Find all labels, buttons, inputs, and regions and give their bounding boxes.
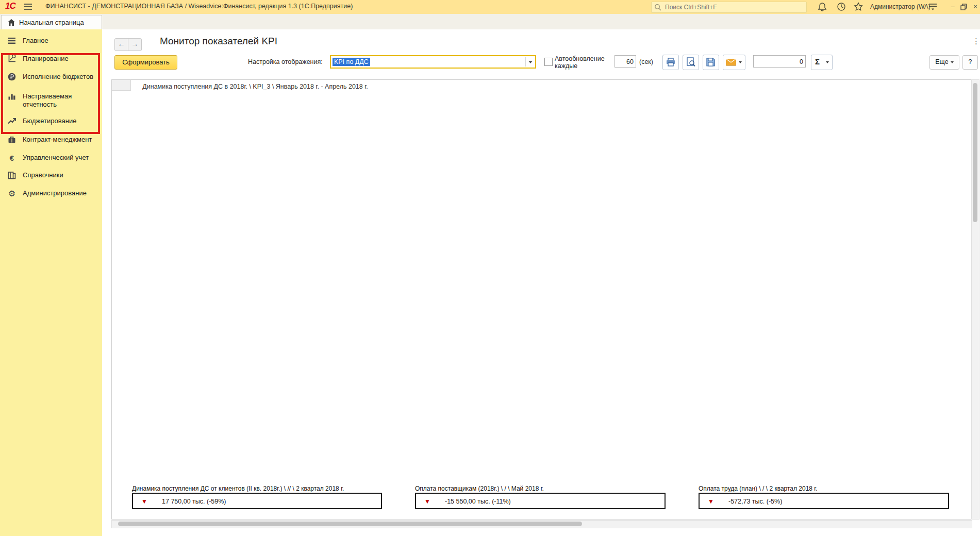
autoupdate-checkbox[interactable] [544, 58, 553, 66]
sidebar-item-label: Настраиваемая отчетность [23, 92, 95, 109]
chevron-down-icon [826, 61, 829, 63]
euro-icon: € [7, 153, 16, 162]
chart-title: Динамика поступления ДС в 2018г. \ KPI_3… [112, 83, 398, 90]
more-label: Еще [935, 58, 948, 65]
display-setting-value: KPI по ДДС [333, 58, 370, 66]
horizontal-scrollbar[interactable] [111, 520, 972, 528]
chart-gauge[interactable]: Динамика поступления ДС в 2018г. \ KPI_3… [112, 80, 398, 276]
mail-button[interactable] [723, 55, 745, 70]
sidebar: ГлавноеПланированиеИсполнение бюджетовНа… [0, 29, 103, 536]
indicator-box[interactable]: ▼ 17 750,00 тыс. (-59%) [132, 493, 382, 509]
menu-icon [7, 36, 16, 45]
1c-logo: 1С [5, 1, 15, 11]
search-icon [654, 4, 662, 11]
tab-bar: Начальная страница [0, 14, 980, 30]
indicator-value: -15 550,00 тыс. (-11%) [445, 498, 511, 505]
window-title: ФИНАНСИСТ - ДЕМОНСТРАЦИОННАЯ БАЗА / Wise… [45, 3, 353, 10]
restore-button[interactable] [960, 4, 968, 10]
sidebar-item-label: Исполнение бюджетов [23, 73, 95, 81]
nav-forward-button[interactable]: → [128, 38, 142, 51]
gear-icon: ⚙ [7, 189, 16, 198]
display-setting-label: Настройка отображения: [248, 58, 323, 65]
preview-button[interactable] [683, 55, 699, 70]
preview-icon [687, 57, 695, 67]
down-arrow-icon: ▼ [424, 498, 430, 505]
chevron-down-icon[interactable] [528, 61, 533, 63]
titlebar: 1С ФИНАНСИСТ - ДЕМОНСТРАЦИОННАЯ БАЗА / W… [0, 0, 980, 14]
chart-revenue[interactable] [689, 80, 972, 276]
close-button[interactable]: × [970, 2, 980, 12]
tab-label: Начальная страница [19, 19, 84, 26]
svg-text:⚙: ⚙ [8, 189, 15, 198]
notifications-bell-icon[interactable] [818, 2, 829, 12]
service-menu-icon[interactable] [928, 2, 939, 12]
favorites-star-icon[interactable] [853, 2, 865, 12]
counter-input[interactable]: 0 [753, 55, 806, 68]
chart-suppliers[interactable] [398, 276, 689, 482]
global-search[interactable] [651, 2, 807, 13]
bars-icon [7, 92, 16, 101]
ruble-icon [7, 72, 16, 81]
history-icon[interactable] [836, 2, 848, 12]
indicator-value: -572,73 тыс. (-5%) [728, 498, 782, 505]
print-button[interactable] [662, 55, 679, 70]
current-user[interactable]: Администратор (WA) [870, 3, 931, 10]
svg-text:€: € [10, 154, 14, 162]
sidebar-item-label: Планирование [23, 55, 95, 63]
indicator-title: Оплата поставщикам (2018г.) \ / \ Май 20… [415, 485, 544, 492]
chart-salary[interactable] [689, 276, 972, 482]
chevron-down-icon [739, 61, 742, 63]
books-icon [7, 171, 16, 180]
home-icon [7, 19, 15, 26]
chart-customers[interactable] [398, 80, 689, 276]
form-menu-icon[interactable]: ⋮ [972, 37, 980, 46]
sidebar-item-label: Управленческий учет [23, 154, 95, 162]
autoupdate-label: Автообновление каждые [555, 55, 611, 70]
more-button[interactable]: Еще [929, 55, 959, 70]
scrollbar-thumb[interactable] [973, 83, 977, 222]
main-menu-icon[interactable] [24, 3, 33, 11]
sidebar-item-label: Главное [23, 37, 95, 45]
briefcase-icon [7, 135, 16, 144]
page-title: Монитор показателей KPI [160, 36, 277, 47]
trend-icon [7, 116, 16, 126]
generate-button[interactable]: Сформировать [114, 55, 177, 70]
save-icon [706, 58, 715, 66]
interval-unit-label: (сек) [639, 58, 653, 65]
nav-back-button[interactable]: ← [114, 38, 128, 51]
sidebar-item-label: Контракт-менеджмент [23, 136, 95, 144]
sigma-icon: Σ [815, 57, 820, 66]
app-window: 1С ФИНАНСИСТ - ДЕМОНСТРАЦИОННАЯ БАЗА / W… [0, 0, 980, 536]
down-arrow-icon: ▼ [141, 498, 147, 505]
save-button[interactable] [703, 55, 719, 70]
search-input[interactable] [664, 3, 805, 12]
charts-area: Динамика поступления ДС в 2018г. \ KPI_3… [111, 79, 972, 520]
display-setting-combobox[interactable]: KPI по ДДС [330, 55, 536, 69]
vertical-scrollbar[interactable] [971, 79, 979, 520]
sidebar-item-label: Бюджетирование [23, 117, 95, 125]
scrollbar-thumb[interactable] [118, 522, 582, 526]
sidebar-item-label: Администрирование [23, 189, 95, 197]
main-content: ← → Монитор показателей KPI ⋮ Сформирова… [102, 29, 980, 536]
tab-home[interactable]: Начальная страница [1, 15, 102, 29]
sum-button[interactable]: Σ [811, 55, 833, 70]
indicator-value: 17 750,00 тыс. (-59%) [162, 498, 226, 505]
indicator-title: Динамика поступления ДС от клиентов (II … [132, 485, 344, 492]
printer-icon [666, 58, 675, 66]
help-button[interactable]: ? [962, 55, 978, 70]
chart-dynamics[interactable] [112, 276, 398, 482]
indicator-box[interactable]: ▼ -572,73 тыс. (-5%) [699, 493, 949, 509]
indicator-title: Оплата труда (план) \ / \ 2 квартал 2018… [699, 485, 818, 492]
indicator-box[interactable]: ▼ -15 550,00 тыс. (-11%) [415, 493, 666, 509]
interval-input[interactable]: 60 [614, 55, 636, 68]
down-arrow-icon: ▼ [708, 498, 714, 505]
sidebar-item-label: Справочники [23, 171, 95, 179]
planning-icon [7, 54, 16, 63]
mail-icon [726, 59, 736, 66]
minimize-button[interactable]: – [948, 2, 958, 12]
